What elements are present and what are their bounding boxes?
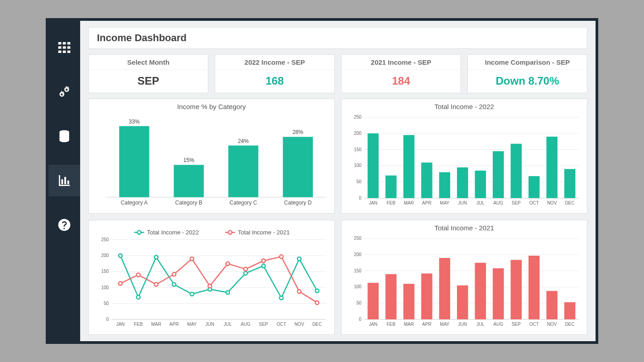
svg-rect-146 xyxy=(493,268,504,319)
svg-text:JUL: JUL xyxy=(224,322,232,327)
svg-point-106 xyxy=(315,289,319,293)
gears-icon xyxy=(57,85,72,99)
svg-text:NOV: NOV xyxy=(294,322,304,327)
svg-rect-58 xyxy=(529,176,539,198)
svg-text:0: 0 xyxy=(106,317,109,322)
svg-text:MAR: MAR xyxy=(151,322,161,327)
sidebar xyxy=(48,21,80,341)
svg-rect-150 xyxy=(529,256,539,319)
svg-rect-56 xyxy=(511,144,522,198)
grid-icon xyxy=(57,40,72,55)
nav-charts[interactable] xyxy=(48,165,80,196)
svg-text:FEB: FEB xyxy=(387,200,396,205)
svg-text:JUN: JUN xyxy=(206,322,214,327)
svg-point-116 xyxy=(279,255,283,258)
svg-text:SEP: SEP xyxy=(259,322,268,327)
svg-point-101 xyxy=(226,291,230,294)
kpi-header: Income Comparison - SEP xyxy=(468,55,587,70)
svg-text:150: 150 xyxy=(354,268,361,273)
svg-text:JAN: JAN xyxy=(369,200,377,205)
svg-rect-54 xyxy=(493,151,504,198)
chart-icon xyxy=(57,173,72,188)
svg-rect-24 xyxy=(283,137,313,197)
help-icon xyxy=(57,218,72,232)
svg-rect-42 xyxy=(385,176,396,198)
kpi-value: 168 xyxy=(265,70,284,93)
svg-point-99 xyxy=(190,292,194,296)
svg-text:DEC: DEC xyxy=(565,200,575,205)
svg-rect-7 xyxy=(63,51,66,53)
svg-rect-40 xyxy=(368,133,379,198)
svg-text:Total Income - 2021: Total Income - 2021 xyxy=(238,229,290,236)
svg-point-65 xyxy=(137,231,141,234)
kpi-row: Select Month SEP 2022 Income - SEP 168 2… xyxy=(88,54,587,93)
svg-text:100: 100 xyxy=(354,163,361,168)
svg-point-103 xyxy=(262,264,265,268)
svg-text:Total Income - 2022: Total Income - 2022 xyxy=(147,229,199,236)
kpi-value: 184 xyxy=(392,70,410,93)
svg-point-110 xyxy=(172,272,176,276)
kpi-header: 2022 Income - SEP xyxy=(215,55,334,70)
svg-point-107 xyxy=(119,281,122,285)
svg-text:Category D: Category D xyxy=(284,200,312,206)
svg-text:AUG: AUG xyxy=(493,200,503,205)
svg-point-113 xyxy=(226,262,230,266)
svg-text:JUN: JUN xyxy=(458,200,467,205)
kpi-select-month[interactable]: Select Month SEP xyxy=(88,54,208,93)
svg-text:50: 50 xyxy=(356,179,362,184)
chart-svg-2022: 050100150200250JANFEBMARAPRMAYJUNJULAUGS… xyxy=(346,111,582,211)
svg-rect-12 xyxy=(67,181,69,184)
svg-point-108 xyxy=(136,273,140,276)
svg-point-105 xyxy=(298,257,301,261)
svg-text:AUG: AUG xyxy=(240,322,250,327)
svg-point-68 xyxy=(228,231,232,234)
svg-text:DEC: DEC xyxy=(312,322,322,327)
svg-rect-1 xyxy=(63,42,66,44)
chart-title: Total Income - 2022 xyxy=(346,103,582,110)
svg-text:50: 50 xyxy=(356,300,362,305)
chart-title: Income % by Category xyxy=(93,103,330,110)
svg-text:MAY: MAY xyxy=(440,200,449,205)
svg-text:JUN: JUN xyxy=(458,322,467,327)
svg-text:250: 250 xyxy=(354,236,361,241)
nav-help[interactable] xyxy=(48,209,80,241)
svg-text:200: 200 xyxy=(354,252,361,257)
svg-rect-152 xyxy=(547,291,557,319)
page-title: Income Dashboard xyxy=(88,27,587,49)
nav-database[interactable] xyxy=(48,120,80,152)
nav-settings[interactable] xyxy=(48,76,80,108)
svg-text:Category B: Category B xyxy=(175,200,202,206)
svg-point-109 xyxy=(154,283,158,286)
nav-grid[interactable] xyxy=(48,32,80,63)
svg-point-98 xyxy=(172,283,176,286)
svg-text:250: 250 xyxy=(101,237,109,242)
kpi-value: SEP xyxy=(137,70,159,93)
svg-rect-154 xyxy=(564,302,575,319)
svg-rect-136 xyxy=(404,284,414,319)
svg-text:JUL: JUL xyxy=(476,200,485,205)
chart-svg-category: 33%Category A15%Category B24%Category C2… xyxy=(93,111,330,211)
svg-rect-8 xyxy=(67,51,71,53)
svg-rect-62 xyxy=(564,169,575,198)
svg-rect-0 xyxy=(58,42,62,44)
svg-text:NOV: NOV xyxy=(547,200,557,205)
svg-point-96 xyxy=(136,295,140,299)
svg-text:SEP: SEP xyxy=(512,200,521,205)
svg-text:33%: 33% xyxy=(129,119,139,125)
svg-text:JAN: JAN xyxy=(116,322,125,327)
database-icon xyxy=(57,129,72,143)
kpi-value: Down 8.70% xyxy=(495,70,559,93)
chart-comparison-line: Total Income - 2022Total Income - 202105… xyxy=(88,220,335,335)
app-frame: Income Dashboard Select Month SEP 2022 I… xyxy=(46,18,598,344)
svg-rect-60 xyxy=(547,137,557,198)
svg-rect-5 xyxy=(67,46,71,48)
chart-total-2022: Total Income - 2022 050100150200250JANFE… xyxy=(341,99,587,214)
svg-rect-144 xyxy=(475,263,486,319)
kpi-header: 2021 Income - SEP xyxy=(341,55,461,70)
svg-point-114 xyxy=(244,267,247,271)
svg-text:200: 200 xyxy=(354,131,361,136)
svg-text:100: 100 xyxy=(354,284,361,289)
svg-rect-48 xyxy=(439,172,450,198)
chart-title: Total Income - 2021 xyxy=(346,224,582,232)
content-area: Income Dashboard Select Month SEP 2022 I… xyxy=(80,21,596,341)
